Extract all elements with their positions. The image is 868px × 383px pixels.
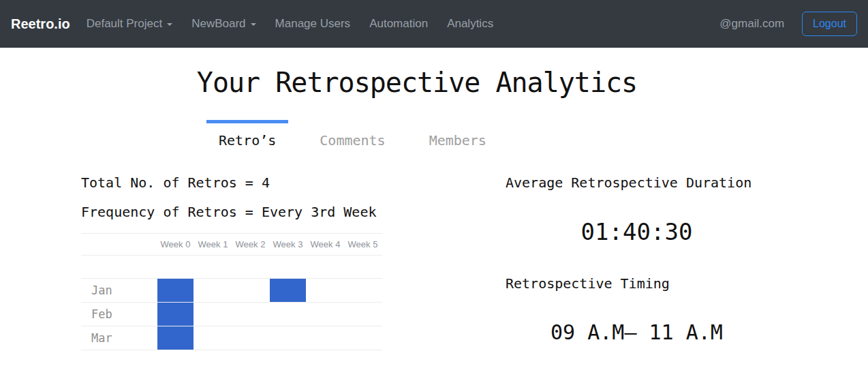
nav-item-analytics[interactable]: Analytics (447, 17, 493, 31)
empty-cell (232, 256, 269, 278)
week-cell (269, 326, 307, 350)
nav-item-label: NewBoard (191, 17, 245, 31)
week-cell (194, 326, 232, 350)
empty-cell (157, 256, 194, 278)
week-cell (344, 303, 382, 326)
retro-cell-filled (157, 326, 193, 350)
week-cell (194, 279, 232, 302)
empty-cell (307, 256, 344, 278)
brand-logo[interactable]: Reetro.io (11, 16, 70, 32)
row-label: Feb (81, 303, 157, 326)
week-cell (307, 279, 344, 302)
retro-cell-filled (270, 279, 306, 302)
empty-cell (344, 256, 382, 278)
top-navbar: Reetro.io Default Project NewBoard Manag… (0, 0, 868, 48)
week-cell (344, 326, 382, 350)
week-cell (307, 326, 344, 350)
nav-item-default-project[interactable]: Default Project (87, 17, 173, 31)
empty-cell (194, 256, 232, 278)
retro-timing-title: Retrospective Timing (451, 275, 822, 292)
avg-duration-value: 01:40:30 (451, 218, 822, 245)
nav-item-newboard[interactable]: NewBoard (191, 17, 255, 31)
user-email: @gmail.com (719, 17, 784, 31)
week-column-header: Week 1 (194, 234, 232, 255)
total-retros-stat: Total No. of Retros = 4 (81, 174, 390, 191)
empty-cell (269, 256, 307, 278)
retro-week-table: Week 0Week 1Week 2Week 3Week 4Week 5JanF… (81, 233, 382, 350)
nav-item-label: Automation (369, 17, 428, 31)
week-cell (232, 326, 269, 350)
retro-timing-value: 09 A.M– 11 A.M (451, 320, 822, 344)
week-cell (232, 303, 269, 326)
tab-members[interactable]: Members (417, 120, 499, 155)
table-header-row: Week 0Week 1Week 2Week 3Week 4Week 5 (81, 233, 382, 256)
retro-metrics-panel: Average Retrospective Duration 01:40:30 … (390, 174, 822, 350)
page-title: Your Retrospective Analytics (46, 67, 788, 98)
logout-button[interactable]: Logout (802, 12, 857, 36)
avg-duration-title: Average Retrospective Duration (451, 174, 822, 191)
week-column-header: Week 0 (157, 234, 194, 255)
week-cell (194, 303, 232, 326)
row-label-spacer (81, 234, 157, 255)
week-column-header: Week 4 (307, 234, 344, 255)
nav-item-label: Manage Users (275, 17, 351, 31)
chevron-down-icon (167, 23, 172, 26)
week-column-header: Week 3 (269, 234, 307, 255)
retro-cell-filled (157, 303, 193, 326)
table-row: Jan (81, 279, 382, 303)
nav-menu: Default Project NewBoard Manage Users Au… (87, 17, 493, 31)
week-cell (307, 303, 344, 326)
nav-item-label: Default Project (87, 17, 163, 31)
table-spacer-row (81, 256, 382, 279)
nav-item-label: Analytics (447, 17, 493, 31)
week-cell (269, 303, 307, 326)
main-content: Your Retrospective Analytics Retro’s Com… (46, 67, 822, 350)
retro-cell-filled (157, 279, 193, 302)
empty-cell (81, 256, 157, 278)
retro-frequency-panel: Total No. of Retros = 4 Frequency of Ret… (46, 174, 390, 350)
nav-item-manage-users[interactable]: Manage Users (275, 17, 351, 31)
nav-item-automation[interactable]: Automation (369, 17, 428, 31)
retro-frequency-stat: Frequency of Retros = Every 3rd Week (81, 204, 390, 220)
tab-comments[interactable]: Comments (307, 120, 397, 155)
row-label: Jan (81, 279, 157, 302)
week-column-header: Week 5 (344, 234, 382, 255)
table-row: Feb (81, 303, 382, 326)
tab-retros[interactable]: Retro’s (206, 120, 288, 155)
week-column-header: Week 2 (232, 234, 269, 255)
chevron-down-icon (251, 23, 256, 26)
week-cell (344, 279, 382, 302)
row-label: Mar (81, 326, 157, 350)
week-cell (232, 279, 269, 302)
table-row: Mar (81, 326, 382, 350)
analytics-tabs: Retro’s Comments Members (197, 120, 822, 155)
